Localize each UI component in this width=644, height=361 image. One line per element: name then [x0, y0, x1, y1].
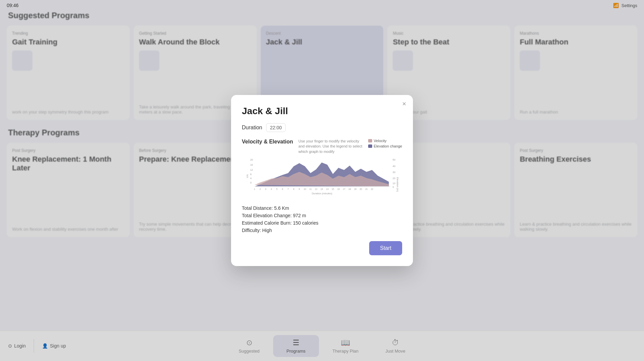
velocity-dot [368, 139, 372, 142]
modal-jack-jill: × Jack & Jill Duration 22:00 Velocity & … [231, 95, 413, 266]
legend-velocity: Velocity [368, 139, 402, 143]
svg-text:40: 40 [393, 165, 395, 168]
legend-elevation: Elevation change [368, 144, 402, 148]
chart-section: Velocity & Elevation Use your finger to … [242, 139, 402, 197]
elevation-label: Elevation change [374, 144, 402, 148]
chart-hint: Use your finger to modify the velocity a… [298, 139, 363, 154]
stat-difficulty: Difficulty: High [242, 228, 402, 233]
svg-text:Elevation (m): Elevation (m) [396, 177, 399, 192]
chart-legend: Velocity Elevation change [368, 139, 402, 148]
stats-section: Total Distance: 5.6 Km Total Elevation C… [242, 205, 402, 233]
svg-text:0: 0 [250, 181, 252, 184]
svg-text:19: 19 [354, 188, 357, 190]
modal-title: Jack & Jill [242, 106, 402, 117]
svg-text:50: 50 [393, 158, 395, 161]
svg-text:8: 8 [250, 173, 252, 176]
start-button[interactable]: Start [369, 241, 402, 255]
svg-text:9: 9 [299, 188, 300, 190]
svg-text:30: 30 [393, 171, 395, 174]
velocity-elevation-chart: 20 16 12 8 4 0 V/h 50 40 30 20 10 0 Elev… [242, 157, 402, 197]
svg-text:18: 18 [349, 188, 351, 190]
svg-text:20: 20 [393, 177, 395, 180]
svg-text:16: 16 [250, 163, 253, 166]
svg-text:16: 16 [337, 188, 340, 190]
svg-text:12: 12 [250, 168, 253, 171]
svg-text:14: 14 [326, 188, 329, 190]
chart-title: Velocity & Elevation [242, 139, 293, 145]
modal-close-button[interactable]: × [402, 100, 406, 107]
svg-text:1: 1 [254, 188, 255, 190]
stat-calories: Estimated Calorie Burn: 150 calories [242, 220, 402, 226]
svg-text:21: 21 [365, 188, 368, 190]
svg-text:10: 10 [393, 182, 395, 185]
svg-text:17: 17 [343, 188, 346, 190]
svg-text:20: 20 [360, 188, 362, 190]
chart-container: 20 16 12 8 4 0 V/h 50 40 30 20 10 0 Elev… [242, 157, 402, 197]
svg-text:12: 12 [315, 188, 318, 190]
svg-text:3: 3 [265, 188, 266, 190]
svg-text:10: 10 [304, 188, 307, 190]
stat-distance: Total Distance: 5.6 Km [242, 205, 402, 211]
modal-overlay[interactable]: × Jack & Jill Duration 22:00 Velocity & … [0, 0, 644, 361]
svg-text:Duration (minutes): Duration (minutes) [312, 192, 332, 195]
stat-elevation: Total Elevation Change: 972 m [242, 213, 402, 218]
svg-text:20: 20 [250, 158, 253, 161]
svg-text:11: 11 [309, 188, 312, 190]
svg-text:15: 15 [332, 188, 334, 190]
svg-text:5: 5 [276, 188, 278, 190]
svg-text:7: 7 [288, 188, 289, 190]
svg-text:13: 13 [320, 188, 323, 190]
svg-text:6: 6 [282, 188, 283, 190]
velocity-label: Velocity [374, 139, 387, 143]
chart-header: Velocity & Elevation Use your finger to … [242, 139, 402, 154]
svg-text:4: 4 [271, 188, 272, 190]
svg-text:8: 8 [293, 188, 294, 190]
duration-value: 22:00 [266, 123, 285, 132]
duration-row: Duration 22:00 [242, 123, 402, 132]
svg-text:22: 22 [371, 188, 374, 190]
svg-text:0: 0 [393, 186, 394, 189]
duration-label: Duration [242, 125, 262, 131]
svg-text:V/h: V/h [246, 174, 249, 178]
svg-text:2: 2 [260, 188, 261, 190]
elevation-dot [368, 144, 372, 148]
svg-text:4: 4 [250, 177, 252, 180]
